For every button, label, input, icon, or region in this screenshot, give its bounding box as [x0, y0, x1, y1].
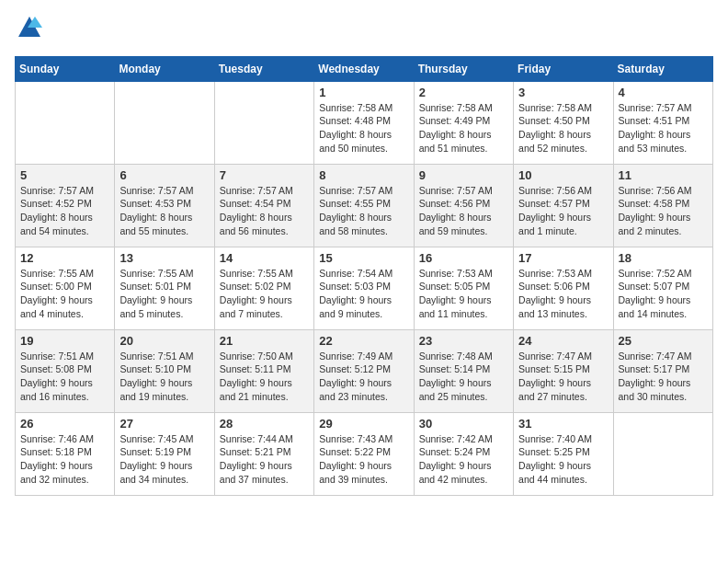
day-info: Sunrise: 7:55 AMSunset: 5:02 PMDaylight:…	[220, 267, 309, 321]
day-number: 20	[119, 334, 209, 348]
calendar-cell: 26Sunrise: 7:46 AMSunset: 5:18 PMDayligh…	[16, 412, 115, 495]
page-header	[15, 15, 713, 45]
day-number: 16	[419, 251, 508, 265]
day-number: 13	[119, 251, 209, 265]
day-info: Sunrise: 7:56 AMSunset: 4:58 PMDaylight:…	[619, 184, 708, 238]
day-number: 18	[619, 251, 708, 265]
day-info: Sunrise: 7:43 AMSunset: 5:22 PMDaylight:…	[319, 432, 408, 487]
calendar-cell: 3Sunrise: 7:58 AMSunset: 4:50 PMDaylight…	[514, 81, 613, 164]
day-number: 11	[619, 168, 708, 182]
day-number: 27	[119, 417, 209, 431]
day-number: 31	[518, 417, 608, 431]
day-info: Sunrise: 7:57 AMSunset: 4:55 PMDaylight:…	[319, 184, 408, 238]
calendar-cell	[16, 81, 115, 164]
day-info: Sunrise: 7:47 AMSunset: 5:17 PMDaylight:…	[619, 350, 708, 404]
day-info: Sunrise: 7:51 AMSunset: 5:10 PMDaylight:…	[119, 350, 209, 404]
calendar-cell: 28Sunrise: 7:44 AMSunset: 5:21 PMDayligh…	[214, 412, 313, 495]
day-number: 30	[419, 417, 508, 431]
calendar-cell: 19Sunrise: 7:51 AMSunset: 5:08 PMDayligh…	[16, 329, 115, 412]
calendar-week-row: 5Sunrise: 7:57 AMSunset: 4:52 PMDaylight…	[16, 164, 713, 247]
calendar-cell: 1Sunrise: 7:58 AMSunset: 4:48 PMDaylight…	[314, 81, 414, 164]
day-info: Sunrise: 7:57 AMSunset: 4:56 PMDaylight:…	[419, 184, 508, 238]
calendar-week-row: 19Sunrise: 7:51 AMSunset: 5:08 PMDayligh…	[16, 329, 713, 412]
calendar-day-header: Tuesday	[214, 56, 313, 81]
day-info: Sunrise: 7:44 AMSunset: 5:21 PMDaylight:…	[220, 432, 309, 487]
day-info: Sunrise: 7:53 AMSunset: 5:06 PMDaylight:…	[518, 267, 608, 321]
calendar-day-header: Friday	[514, 56, 613, 81]
day-number: 8	[319, 168, 408, 182]
calendar-cell: 16Sunrise: 7:53 AMSunset: 5:05 PMDayligh…	[414, 247, 513, 329]
calendar-day-header: Thursday	[414, 56, 513, 81]
day-info: Sunrise: 7:45 AMSunset: 5:19 PMDaylight:…	[119, 432, 209, 487]
day-info: Sunrise: 7:55 AMSunset: 5:00 PMDaylight:…	[20, 267, 109, 321]
day-number: 6	[119, 168, 209, 182]
calendar-cell: 5Sunrise: 7:57 AMSunset: 4:52 PMDaylight…	[16, 164, 115, 247]
calendar-day-header: Wednesday	[314, 56, 414, 81]
calendar-cell: 6Sunrise: 7:57 AMSunset: 4:53 PMDaylight…	[115, 164, 214, 247]
day-info: Sunrise: 7:42 AMSunset: 5:24 PMDaylight:…	[419, 432, 508, 487]
day-info: Sunrise: 7:57 AMSunset: 4:53 PMDaylight:…	[119, 184, 209, 238]
day-info: Sunrise: 7:47 AMSunset: 5:15 PMDaylight:…	[518, 350, 608, 404]
calendar-cell: 27Sunrise: 7:45 AMSunset: 5:19 PMDayligh…	[115, 412, 214, 495]
day-number: 7	[220, 168, 309, 182]
calendar-cell: 30Sunrise: 7:42 AMSunset: 5:24 PMDayligh…	[414, 412, 513, 495]
day-number: 12	[20, 251, 109, 265]
day-info: Sunrise: 7:58 AMSunset: 4:49 PMDaylight:…	[419, 101, 508, 155]
day-info: Sunrise: 7:56 AMSunset: 4:57 PMDaylight:…	[518, 184, 608, 238]
calendar-table: SundayMondayTuesdayWednesdayThursdayFrid…	[15, 56, 713, 496]
day-number: 28	[220, 417, 309, 431]
calendar-cell: 13Sunrise: 7:55 AMSunset: 5:01 PMDayligh…	[115, 247, 214, 329]
calendar-cell: 29Sunrise: 7:43 AMSunset: 5:22 PMDayligh…	[314, 412, 414, 495]
day-info: Sunrise: 7:57 AMSunset: 4:52 PMDaylight:…	[20, 184, 109, 238]
day-info: Sunrise: 7:40 AMSunset: 5:25 PMDaylight:…	[518, 432, 608, 487]
day-info: Sunrise: 7:46 AMSunset: 5:18 PMDaylight:…	[20, 432, 109, 487]
calendar-cell: 7Sunrise: 7:57 AMSunset: 4:54 PMDaylight…	[214, 164, 313, 247]
calendar-week-row: 26Sunrise: 7:46 AMSunset: 5:18 PMDayligh…	[16, 412, 713, 495]
calendar-cell: 22Sunrise: 7:49 AMSunset: 5:12 PMDayligh…	[314, 329, 414, 412]
calendar-week-row: 12Sunrise: 7:55 AMSunset: 5:00 PMDayligh…	[16, 247, 713, 329]
calendar-cell: 4Sunrise: 7:57 AMSunset: 4:51 PMDaylight…	[613, 81, 712, 164]
calendar-day-header: Saturday	[613, 56, 712, 81]
calendar-cell: 24Sunrise: 7:47 AMSunset: 5:15 PMDayligh…	[514, 329, 613, 412]
day-number: 23	[419, 334, 508, 348]
day-info: Sunrise: 7:48 AMSunset: 5:14 PMDaylight:…	[419, 350, 508, 404]
calendar-day-header: Monday	[115, 56, 214, 81]
calendar-cell: 9Sunrise: 7:57 AMSunset: 4:56 PMDaylight…	[414, 164, 513, 247]
day-info: Sunrise: 7:53 AMSunset: 5:05 PMDaylight:…	[419, 267, 508, 321]
day-info: Sunrise: 7:51 AMSunset: 5:08 PMDaylight:…	[20, 350, 109, 404]
calendar-cell	[613, 412, 712, 495]
day-number: 21	[220, 334, 309, 348]
calendar-cell: 21Sunrise: 7:50 AMSunset: 5:11 PMDayligh…	[214, 329, 313, 412]
day-info: Sunrise: 7:54 AMSunset: 5:03 PMDaylight:…	[319, 267, 408, 321]
day-number: 26	[20, 417, 109, 431]
day-info: Sunrise: 7:57 AMSunset: 4:51 PMDaylight:…	[619, 101, 708, 155]
day-number: 9	[419, 168, 508, 182]
calendar-cell: 17Sunrise: 7:53 AMSunset: 5:06 PMDayligh…	[514, 247, 613, 329]
logo	[15, 15, 42, 45]
day-info: Sunrise: 7:58 AMSunset: 4:50 PMDaylight:…	[518, 101, 608, 155]
day-info: Sunrise: 7:49 AMSunset: 5:12 PMDaylight:…	[319, 350, 408, 404]
calendar-cell: 23Sunrise: 7:48 AMSunset: 5:14 PMDayligh…	[414, 329, 513, 412]
day-number: 14	[220, 251, 309, 265]
calendar-header-row: SundayMondayTuesdayWednesdayThursdayFrid…	[16, 56, 713, 81]
calendar-cell: 8Sunrise: 7:57 AMSunset: 4:55 PMDaylight…	[314, 164, 414, 247]
day-number: 22	[319, 334, 408, 348]
calendar-cell: 10Sunrise: 7:56 AMSunset: 4:57 PMDayligh…	[514, 164, 613, 247]
day-info: Sunrise: 7:55 AMSunset: 5:01 PMDaylight:…	[119, 267, 209, 321]
day-number: 10	[518, 168, 608, 182]
calendar-cell	[214, 81, 313, 164]
day-number: 24	[518, 334, 608, 348]
calendar-cell: 14Sunrise: 7:55 AMSunset: 5:02 PMDayligh…	[214, 247, 313, 329]
day-info: Sunrise: 7:52 AMSunset: 5:07 PMDaylight:…	[619, 267, 708, 321]
day-info: Sunrise: 7:57 AMSunset: 4:54 PMDaylight:…	[220, 184, 309, 238]
calendar-cell: 2Sunrise: 7:58 AMSunset: 4:49 PMDaylight…	[414, 81, 513, 164]
day-number: 25	[619, 334, 708, 348]
day-number: 29	[319, 417, 408, 431]
day-info: Sunrise: 7:58 AMSunset: 4:48 PMDaylight:…	[319, 101, 408, 155]
calendar-cell: 11Sunrise: 7:56 AMSunset: 4:58 PMDayligh…	[613, 164, 712, 247]
calendar-day-header: Sunday	[16, 56, 115, 81]
calendar-cell: 25Sunrise: 7:47 AMSunset: 5:17 PMDayligh…	[613, 329, 712, 412]
calendar-cell: 15Sunrise: 7:54 AMSunset: 5:03 PMDayligh…	[314, 247, 414, 329]
day-info: Sunrise: 7:50 AMSunset: 5:11 PMDaylight:…	[220, 350, 309, 404]
day-number: 2	[419, 86, 508, 99]
